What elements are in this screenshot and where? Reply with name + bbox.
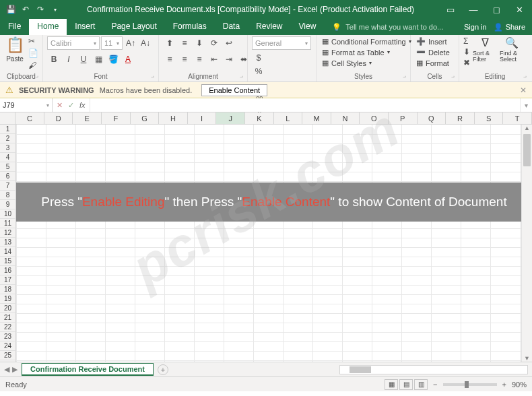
row-header[interactable]: 16: [0, 266, 16, 275]
row-header[interactable]: 13: [0, 238, 16, 247]
scroll-up-icon[interactable]: ▲: [522, 125, 532, 131]
zoom-level[interactable]: 90%: [512, 381, 527, 389]
tab-review[interactable]: Review: [248, 19, 290, 35]
decrease-font-icon[interactable]: A↓: [139, 36, 152, 50]
align-left-icon[interactable]: ≡: [163, 53, 176, 66]
sheet-tab-active[interactable]: Confirmation Receive Document: [22, 363, 154, 376]
col-header-M[interactable]: M: [302, 112, 331, 124]
col-header-I[interactable]: I: [188, 112, 217, 124]
tab-formulas[interactable]: Formulas: [165, 19, 215, 35]
tab-page-layout[interactable]: Page Layout: [103, 19, 164, 35]
name-box[interactable]: J79 ▾: [0, 98, 53, 112]
font-color-button[interactable]: A: [121, 53, 135, 66]
view-normal-icon[interactable]: ▦: [385, 379, 398, 390]
tell-me-search[interactable]: 💡 Tell me what you want to do...: [324, 19, 457, 35]
format-as-table-button[interactable]: ▦Format as Table▾: [321, 47, 413, 57]
col-header-P[interactable]: P: [389, 112, 418, 124]
maximize-icon[interactable]: ◻: [486, 5, 506, 15]
col-header-G[interactable]: G: [131, 112, 160, 124]
increase-font-icon[interactable]: A↑: [124, 36, 137, 50]
col-header-E[interactable]: E: [73, 112, 102, 124]
security-close-icon[interactable]: ✕: [520, 86, 527, 95]
tab-file[interactable]: File: [0, 19, 29, 35]
col-header-H[interactable]: H: [159, 112, 188, 124]
fill-icon[interactable]: ⬇: [463, 47, 470, 57]
scroll-thumb[interactable]: [523, 134, 531, 166]
hscroll-thumb[interactable]: [350, 366, 371, 373]
col-header-L[interactable]: L: [274, 112, 303, 124]
decrease-indent-icon[interactable]: ⇤: [207, 53, 221, 66]
clear-icon[interactable]: ✖: [463, 58, 470, 67]
format-painter-icon[interactable]: 🖌: [28, 61, 38, 70]
row-header[interactable]: 24: [0, 341, 16, 351]
share-button[interactable]: 👤 Share: [494, 23, 525, 32]
row-header[interactable]: 23: [0, 332, 16, 341]
font-name-select[interactable]: Calibri▾: [47, 36, 100, 50]
spreadsheet-grid[interactable]: CDEFGHIJKLMNOPQRST 123456789101112131415…: [0, 112, 532, 362]
wrap-text-icon[interactable]: ↩: [222, 36, 236, 50]
col-header-R[interactable]: R: [446, 112, 475, 124]
row-header[interactable]: 1: [0, 125, 16, 134]
undo-icon[interactable]: ↶: [20, 5, 31, 14]
row-header[interactable]: 6: [0, 172, 16, 181]
delete-cells-button[interactable]: ➖Delete: [415, 47, 451, 57]
cell-styles-button[interactable]: ▦Cell Styles▾: [321, 58, 413, 68]
close-icon[interactable]: ✕: [509, 5, 529, 15]
bold-button[interactable]: B: [47, 53, 61, 66]
row-header[interactable]: 19: [0, 294, 16, 304]
row-header[interactable]: 14: [0, 247, 16, 257]
row-header[interactable]: 22: [0, 323, 16, 332]
align-middle-icon[interactable]: ≡: [178, 36, 191, 50]
conditional-formatting-button[interactable]: ▦Conditional Formatting▾: [321, 36, 413, 46]
number-format-select[interactable]: General▾: [252, 36, 311, 50]
border-button[interactable]: ▦: [92, 53, 105, 66]
row-header[interactable]: 10: [0, 209, 16, 219]
cut-icon[interactable]: ✂: [28, 36, 38, 46]
col-header-D[interactable]: D: [44, 112, 73, 124]
sheet-nav[interactable]: ◀▶: [4, 365, 18, 374]
col-header-K[interactable]: K: [245, 112, 274, 124]
col-header-O[interactable]: O: [360, 112, 389, 124]
tab-data[interactable]: Data: [215, 19, 248, 35]
paste-button[interactable]: 📋 Paste: [4, 36, 26, 63]
row-header[interactable]: 7: [0, 181, 16, 191]
view-pagelayout-icon[interactable]: ▤: [399, 379, 413, 390]
horizontal-scrollbar[interactable]: [339, 365, 528, 374]
tab-view[interactable]: View: [291, 19, 325, 35]
ribbon-options-icon[interactable]: ▭: [440, 5, 461, 15]
row-header[interactable]: 26: [0, 360, 16, 362]
align-top-icon[interactable]: ⬆: [163, 36, 176, 50]
scroll-down-icon[interactable]: ▼: [522, 355, 532, 362]
enter-formula-icon[interactable]: ✓: [68, 101, 74, 110]
increase-indent-icon[interactable]: ⇥: [222, 53, 236, 66]
save-icon[interactable]: 💾: [5, 5, 16, 14]
underline-button[interactable]: U: [77, 53, 90, 66]
fx-icon[interactable]: fx: [79, 101, 86, 109]
align-bottom-icon[interactable]: ⬇: [193, 36, 206, 50]
row-header[interactable]: 2: [0, 134, 16, 143]
qat-dropdown-icon[interactable]: ▾: [50, 7, 61, 13]
format-cells-button[interactable]: ▦Format: [415, 58, 451, 68]
fill-color-button[interactable]: 🪣: [106, 53, 120, 66]
zoom-slider[interactable]: [443, 383, 497, 386]
zoom-in-icon[interactable]: +: [502, 381, 506, 389]
sort-filter-button[interactable]: ᐁ Sort & Filter: [473, 36, 497, 67]
select-all-corner[interactable]: [0, 112, 15, 124]
row-header[interactable]: 12: [0, 228, 16, 238]
view-pagebreak-icon[interactable]: ▥: [414, 379, 428, 390]
row-header[interactable]: 20: [0, 304, 16, 313]
formula-expand-icon[interactable]: ▾: [520, 98, 532, 112]
zoom-out-icon[interactable]: −: [433, 381, 437, 389]
col-header-C[interactable]: C: [15, 112, 44, 124]
minimize-icon[interactable]: —: [463, 5, 484, 15]
copy-icon[interactable]: 📄: [28, 48, 38, 58]
col-header-J[interactable]: J: [216, 112, 245, 124]
row-header[interactable]: 9: [0, 200, 16, 209]
col-header-S[interactable]: S: [475, 112, 504, 124]
align-center-icon[interactable]: ≡: [178, 53, 191, 66]
row-header[interactable]: 11: [0, 219, 16, 228]
enable-content-button[interactable]: Enable Content: [201, 84, 267, 96]
row-header[interactable]: 5: [0, 162, 16, 172]
sign-in-link[interactable]: Sign in: [464, 23, 487, 31]
row-header[interactable]: 17: [0, 275, 16, 285]
